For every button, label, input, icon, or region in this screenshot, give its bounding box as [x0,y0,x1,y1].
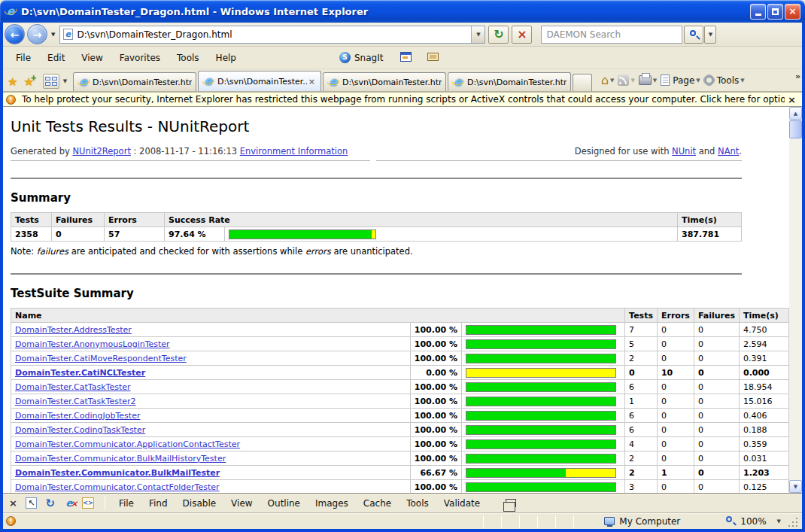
devbar-menu-cache[interactable]: Cache [356,496,399,511]
devbar-menu-find[interactable]: Find [141,496,175,511]
tools-menu-label[interactable]: Tools [717,75,740,86]
resize-grip[interactable] [788,516,799,527]
scroll-down-button[interactable]: ▼ [789,480,802,493]
tab-1[interactable]: e D:\svn\DomainTester.html [73,72,196,91]
devbar-close-button[interactable]: × [8,497,23,509]
testsuite-link[interactable]: DomainTester.Communicator.ContactFolderT… [15,482,220,492]
devbar-menu-validate[interactable]: Validate [436,496,488,511]
menu-tools[interactable]: Tools [169,50,208,66]
menu-help[interactable]: Help [208,50,245,66]
page-menu-label[interactable]: Page [673,75,694,86]
devbar-menu-disable[interactable]: Disable [175,496,224,511]
testsuite-link[interactable]: DomainTester.AddressTester [15,325,132,335]
back-button[interactable]: ← [5,24,25,44]
close-button[interactable]: × [785,4,800,20]
search-button[interactable] [684,26,703,44]
testsuite-errors: 0 [657,409,694,423]
testsuite-link[interactable]: DomainTester.CatiMoveRespondentTester [15,354,187,363]
nant-link[interactable]: NAnt [718,146,739,157]
address-dropdown[interactable]: ▼ [471,26,485,43]
home-icon[interactable]: ⌂ [601,74,609,87]
send-to-button[interactable] [425,50,442,65]
devbar-menu-images[interactable]: Images [308,496,356,511]
summary-header-time: Time(s) [678,213,742,227]
disable-ie-button[interactable]: e [61,496,77,510]
testsuite-link[interactable]: DomainTester.CatiNCLTester [15,368,145,378]
tab-4[interactable]: e D:\svn\DomainTester.html [448,72,571,91]
undock-window-icon[interactable] [506,499,516,507]
menu-file[interactable]: File [8,50,39,66]
stop-button[interactable]: × [512,26,532,44]
new-tab-button[interactable] [573,74,592,91]
print-dropdown[interactable]: ▼ [653,78,657,84]
snagit-button[interactable]: S SnagIt [335,50,387,65]
tab-list-dropdown[interactable]: ▼ [60,74,70,89]
infobar-close-icon[interactable]: × [785,94,799,105]
page-menu-dropdown[interactable]: ▼ [696,78,700,84]
generated-by: Generated by NUnit2Report : 2008-11-17 -… [11,146,370,161]
testsuite-link[interactable]: DomainTester.Communicator.BulkMailTester [15,468,220,478]
testsuite-link[interactable]: DomainTester.Communicator.BulkMailHistor… [15,454,226,464]
testsuite-time: 15.016 [739,394,788,409]
devbar-menu-tools[interactable]: Tools [399,496,436,511]
search-input[interactable]: DAEMON Search [541,26,682,44]
tab-close-icon[interactable]: × [307,77,317,87]
rss-feed-icon[interactable] [618,74,629,86]
testsuite-link[interactable]: DomainTester.CatTaskTester [15,382,131,392]
tools-gear-icon[interactable] [704,75,714,85]
separator [501,515,502,527]
toolbar-overflow-chevron[interactable]: » [795,71,800,81]
testsuite-link[interactable]: DomainTester.CodingJobTester [15,411,140,421]
security-zone[interactable]: My Computer [604,516,680,527]
security-warning-text[interactable]: To help protect your security, Internet … [22,94,785,105]
testsuite-link[interactable]: DomainTester.CatTaskTester2 [15,397,136,406]
environment-information-link[interactable]: Environment Information [240,146,348,157]
maximize-button[interactable] [767,4,783,20]
devbar-menu-view[interactable]: View [223,496,260,511]
select-element-button[interactable]: ↖ [23,496,40,510]
snagit-label: SnagIt [354,53,383,63]
devbar-menu-outline[interactable]: Outline [260,496,308,511]
favorites-center-button[interactable]: ★ [8,77,17,88]
devbar-menu-file[interactable]: File [111,496,141,511]
zoom-control[interactable]: 100% ▼ [725,515,799,527]
print-icon[interactable] [639,75,652,85]
menu-favorites[interactable]: Favorites [111,50,169,66]
search-options-dropdown[interactable]: ▼ [704,26,716,44]
testsuite-link[interactable]: DomainTester.CodingTaskTester [15,425,145,435]
history-dropdown[interactable]: ▼ [51,32,55,38]
home-dropdown[interactable]: ▼ [610,78,614,84]
refresh-button[interactable]: ↻ [488,26,509,44]
zoom-dropdown[interactable]: ▼ [777,518,781,524]
forward-button[interactable]: → [27,24,47,44]
address-text[interactable]: D:\svn\DomainTester_Dragon.html [77,29,471,40]
address-bar[interactable]: e D:\svn\DomainTester_Dragon.html ▼ [59,26,485,44]
add-favorite-button[interactable]: ★+ [23,77,33,88]
view-source-button[interactable]: <> [80,496,96,510]
testsuite-row: DomainTester.CodingJobTester 100.00 % 6 … [11,409,789,423]
page-menu-icon[interactable] [661,74,670,86]
devbar-refresh-button[interactable]: ↻ [42,496,59,510]
tools-menu-dropdown[interactable]: ▼ [740,78,744,84]
testsuite-link[interactable]: DomainTester.Communicator.ApplicationCon… [15,439,240,449]
minimize-button[interactable] [750,4,766,20]
generated-prefix: Generated by [11,146,70,157]
testsuite-rate: 0.00 % [410,366,461,380]
security-info-bar[interactable]: ! To help protect your security, Interne… [0,92,805,107]
scroll-up-button[interactable]: ▲ [789,107,802,120]
snagit-window-button[interactable] [398,50,415,65]
scrollbar-thumb[interactable] [789,120,802,138]
testsuite-link[interactable]: DomainTester.AnonymousLoginTester [15,339,170,349]
nunit2report-link[interactable]: NUnit2Report [72,146,130,157]
maximize-icon [772,8,779,15]
tab-3[interactable]: e D:\svn\DomainTester.html [323,72,446,91]
testsuite-row: DomainTester.AnonymousLoginTester 100.00… [11,337,789,351]
feed-dropdown: ▼ [630,78,634,84]
tab-2-active[interactable]: e D:\svn\DomainTester... × [198,71,321,91]
quick-tabs-button[interactable] [43,74,59,89]
vertical-scrollbar[interactable]: ▲ ▼ [789,107,802,493]
testsuite-rate: 100.00 % [410,337,461,351]
menu-view[interactable]: View [73,50,111,66]
menu-edit[interactable]: Edit [39,50,73,66]
nunit-link[interactable]: NUnit [672,146,696,157]
